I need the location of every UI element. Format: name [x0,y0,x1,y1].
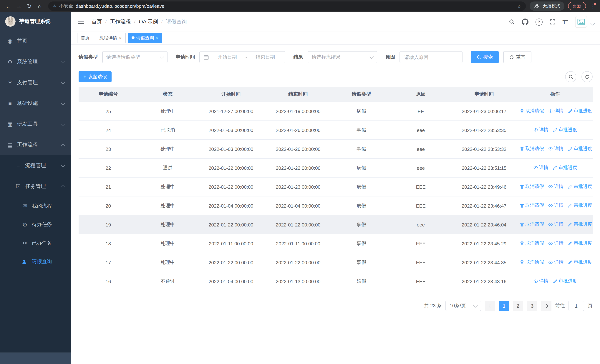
col-reason: 原因 [391,87,451,102]
close-icon[interactable] [156,35,159,40]
approval-progress-link[interactable]: 审批进度 [568,221,592,228]
chevron-down-icon [61,121,65,126]
cancel-leave-link[interactable]: 取消请假 [520,146,544,152]
cancel-leave-link[interactable]: 取消请假 [520,184,544,190]
home-icon[interactable]: ⌂ [35,1,45,11]
goto-page-input[interactable] [569,301,584,311]
edit-icon [568,203,572,208]
close-icon[interactable] [119,35,122,40]
detail-link[interactable]: 详情 [548,184,563,190]
approval-progress-link[interactable]: 审批进度 [568,202,592,209]
update-button[interactable]: 更新 [568,2,586,10]
sidebar-item-home[interactable]: ◉ 首页 [0,31,71,52]
detail-link[interactable]: 详情 [533,278,548,284]
reset-button[interactable]: 重置 [503,51,531,63]
yen-icon: ¥ [7,80,13,86]
search-icon[interactable] [509,19,515,25]
tab-process-detail[interactable]: 流程详情 [96,33,125,43]
bookmark-star-icon[interactable]: ☆ [517,3,521,9]
browser-menu-icon[interactable]: ⋮ [590,3,596,9]
edit-icon [553,165,557,170]
address-bar[interactable]: ⚠ 不安全 dashboard.yudao.iocoder.cn/bpm/oa/… [48,1,526,11]
font-size-icon[interactable]: TT [562,19,568,25]
breadcrumb-oa-example[interactable]: OA 示例 [139,19,166,25]
breadcrumb: 首页 工作流程 OA 示例 请假查询 [92,19,187,25]
app-logo[interactable]: 芋道管理系统 [0,12,71,31]
detail-link[interactable]: 详情 [548,202,563,209]
github-icon[interactable] [522,19,528,25]
eye-icon [533,279,538,284]
security-label[interactable]: 不安全 [59,3,73,9]
logo-avatar [5,16,16,27]
filter-form: 请假类型 请选择请假类型 申请时间 开始日期 - 结束日期 [79,51,593,63]
cancel-leave-link[interactable]: 取消请假 [520,240,544,246]
approval-progress-link[interactable]: 审批进度 [568,108,592,114]
hamburger-icon[interactable] [77,18,85,26]
sidebar-item-system-management[interactable]: ⚙ 系统管理 [0,52,71,72]
url-text[interactable]: dashboard.yudao.iocoder.cn/bpm/oa/leave [76,3,165,9]
apply-time-range-picker[interactable]: 开始日期 - 结束日期 [199,51,285,63]
detail-link[interactable]: 详情 [548,240,563,246]
page-3-button[interactable]: 3 [527,301,537,311]
leave-table: 申请编号 状态 开始时间 结束时间 请假类型 原因 申请时间 操作 25 [79,87,593,291]
approval-progress-link[interactable]: 审批进度 [568,240,592,246]
breadcrumb-home[interactable]: 首页 [92,19,110,25]
sidebar-item-dev-tools[interactable]: ▦ 研发工具 [0,114,71,135]
cancel-leave-link[interactable]: 取消请假 [520,202,544,209]
avatar-caret-icon[interactable] [591,21,595,26]
cancel-leave-link[interactable]: 取消请假 [520,108,544,114]
detail-link[interactable]: 详情 [533,127,548,133]
page-size-select[interactable]: 10条/页 [445,301,481,311]
approval-progress-link[interactable]: 审批进度 [568,259,592,265]
detail-link[interactable]: 详情 [533,165,548,171]
approval-progress-link[interactable]: 审批进度 [568,184,592,190]
reason-input[interactable] [400,51,462,63]
detail-link[interactable]: 详情 [548,108,563,114]
help-icon[interactable]: ? [535,18,542,25]
leave-type-select[interactable]: 请选择请假类型 [102,51,168,63]
sidebar-item-workflow[interactable]: ▤ 工作流程 [0,135,71,155]
cancel-leave-link[interactable]: 取消请假 [520,259,544,265]
detail-link[interactable]: 详情 [548,259,563,265]
cell-operations: 取消请假 详情 审批进度 [518,253,593,272]
table-row: 19 处理中 2022-01-22 00:00:00 2022-01-22 00… [79,215,593,234]
page-2-button[interactable]: 2 [513,301,523,311]
sidebar-item-task-management[interactable]: ☑ 任务管理 [0,176,71,197]
refresh-table-button[interactable] [581,71,593,82]
cell-operations: 取消请假 详情 审批进度 [518,234,593,253]
result-select[interactable]: 请选择流结果 [308,51,377,63]
prev-page-button[interactable] [485,301,495,311]
page-1-button[interactable]: 1 [499,301,509,311]
tab-home[interactable]: 首页 [77,33,94,43]
forward-icon[interactable]: → [14,1,24,11]
sidebar-item-todo-tasks[interactable]: ⊙ 待办任务 [0,215,71,234]
detail-link[interactable]: 详情 [548,221,563,228]
sidebar-item-done-tasks[interactable]: ✂ 已办任务 [0,234,71,252]
toolbox-icon: ▦ [7,121,13,128]
fullscreen-icon[interactable] [549,19,555,25]
search-button[interactable]: 搜索 [471,51,499,63]
approval-progress-link[interactable]: 审批进度 [553,165,577,171]
reload-icon[interactable]: ↻ [24,1,34,11]
detail-link[interactable]: 详情 [548,146,563,152]
sidebar-item-payment-management[interactable]: ¥ 支付管理 [0,72,71,93]
sidebar-item-infrastructure[interactable]: ▣ 基础设施 [0,93,71,114]
breadcrumb-workflow[interactable]: 工作流程 [110,19,139,25]
create-leave-button[interactable]: + 发起请假 [79,71,112,82]
cell-operations: 取消请假 详情 审批进度 [518,196,593,215]
avatar[interactable] [575,16,587,28]
tab-leave-query[interactable]: 请假查询 [128,33,162,43]
toggle-search-button[interactable] [565,71,576,82]
approval-progress-link[interactable]: 审批进度 [553,278,577,284]
sidebar-item-leave-query[interactable]: 请假查询 [0,252,71,271]
sidebar-item-my-processes[interactable]: ✉ 我的流程 [0,197,71,215]
back-icon[interactable]: ← [4,1,13,11]
approval-progress-link[interactable]: 审批进度 [553,127,577,133]
table-header-row: 申请编号 状态 开始时间 结束时间 请假类型 原因 申请时间 操作 [79,87,593,102]
sidebar-filler [0,271,71,353]
approval-progress-link[interactable]: 审批进度 [568,146,592,152]
cell-operations: 取消请假 详情 审批进度 [518,102,593,121]
cancel-leave-link[interactable]: 取消请假 [520,221,544,228]
next-page-button[interactable] [541,301,552,311]
sidebar-item-process-management[interactable]: ≡ 流程管理 [0,155,71,176]
